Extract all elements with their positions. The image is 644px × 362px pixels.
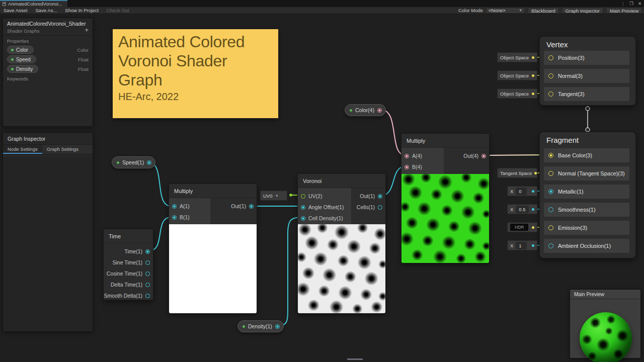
shader-document-tab[interactable]: AnimatedColoredVoronoi... (0, 0, 67, 7)
fragment-title: Fragment (540, 132, 635, 144)
shader-graph-icon (3, 2, 6, 6)
restore-window-icon[interactable]: ❐ (629, 1, 633, 6)
voronoi-node[interactable]: Voronoi UV(2) Angle Offset(1) Cell Densi… (297, 173, 386, 313)
close-window-icon[interactable]: ✕ (638, 1, 641, 6)
metallic-port[interactable] (548, 189, 553, 194)
voronoi-cells-port[interactable] (378, 205, 382, 210)
uv-channel-dropdown[interactable]: UV0 ▼ (260, 191, 287, 201)
time-output-label: Time(1) (124, 248, 142, 254)
save-asset-button[interactable]: Save Asset (4, 8, 28, 13)
blackboard-toggle-button[interactable]: Blackboard (528, 8, 559, 14)
wire-speed-to-multiply-a[interactable] (148, 162, 171, 206)
shader-graph-window: AnimatedColoredVoronoi... ⋮ ❐ ✕ Save Ass… (0, 0, 644, 362)
save-as-button[interactable]: Save As... (36, 8, 57, 13)
delta-time-output-port[interactable] (145, 283, 150, 287)
property-pill-color[interactable]: Color (7, 46, 34, 54)
position-space-dropdown[interactable]: Object Space (497, 52, 537, 62)
position-port[interactable] (548, 55, 553, 60)
normal-block[interactable]: Normal(3) (544, 69, 629, 83)
hdr-color-swatch[interactable]: HDR (510, 224, 528, 231)
smoothness-port[interactable] (548, 207, 553, 212)
normal-space-tangent-dropdown[interactable]: Tangent Space (497, 168, 537, 178)
main-preview-toggle-button[interactable]: Main Preview (606, 8, 642, 14)
speed-property-node[interactable]: Speed(1) (112, 156, 155, 168)
graph-inspector-toggle-button[interactable]: Graph Inspector (562, 8, 603, 14)
preview-sphere (580, 312, 632, 362)
vertex-bottom-handle[interactable] (586, 107, 590, 111)
exposed-dot-icon (11, 49, 14, 51)
add-property-button[interactable]: + (85, 27, 89, 33)
smooth-delta-output-port[interactable] (145, 294, 150, 298)
voronoi-cell-density-port[interactable] (301, 216, 305, 221)
normal-port[interactable] (548, 73, 553, 78)
metallic-block[interactable]: Metallic(1) (544, 185, 629, 199)
emission-color-field[interactable]: HDR (507, 222, 537, 232)
multiply1-node[interactable]: Multiply A(1) B(1) Out(1) (169, 184, 257, 313)
tab-node-settings[interactable]: Node Settings (3, 145, 42, 154)
sticky-note[interactable]: Animated Colored Voronoi Shader Graph HE… (113, 29, 278, 118)
voronoi-uv-port[interactable] (301, 194, 305, 199)
tangent-port[interactable] (548, 92, 553, 97)
bottom-scroll-indicator[interactable] (347, 358, 363, 360)
position-block[interactable]: Position(3) (544, 51, 629, 65)
connector-dot (532, 74, 534, 77)
multiply2-out-port[interactable] (481, 154, 486, 158)
chevron-down-icon: ▼ (275, 194, 278, 198)
multiply1-b-port[interactable] (172, 215, 177, 220)
emission-port[interactable] (548, 225, 553, 230)
sine-time-output-port[interactable] (145, 260, 150, 265)
color-property-node[interactable]: Color(4) (345, 104, 386, 116)
smoothness-value[interactable]: 0.5 (516, 206, 528, 213)
emission-block[interactable]: Emission(3) (544, 221, 629, 235)
voronoi-out-port[interactable] (378, 194, 382, 199)
uv-channel-value: UV0 (263, 193, 272, 199)
connector-dot (532, 226, 534, 229)
check-out-button[interactable]: Check Out (107, 8, 129, 13)
normal-tangent-block[interactable]: Normal (Tangent Space)(3) (544, 166, 629, 180)
tab-graph-settings[interactable]: Graph Settings (42, 145, 83, 154)
time-node[interactable]: Time Time(1) Sine Time(1) Cosine Time(1)… (103, 229, 153, 300)
property-pill-speed[interactable]: Speed (7, 55, 36, 63)
ambient-occlusion-block[interactable]: Ambient Occlusion(1) (544, 239, 629, 253)
metallic-value[interactable]: 0 (516, 188, 527, 195)
tangent-space-dropdown[interactable]: Object Space (497, 88, 537, 99)
multiply1-a-label: A(1) (180, 203, 190, 209)
tangent-block[interactable]: Tangent(3) (544, 87, 629, 101)
property-pill-density[interactable]: Density (7, 65, 38, 73)
multiply1-out-port[interactable] (249, 204, 254, 209)
main-preview-body[interactable] (570, 299, 640, 358)
metallic-value-field[interactable]: X 0 (507, 186, 537, 196)
multiply2-a-label: A(4) (412, 153, 422, 159)
multiply1-out-label: Out(1) (231, 203, 246, 209)
color-output-port[interactable] (377, 108, 382, 113)
normal-tangent-port[interactable] (548, 171, 553, 176)
voronoi-angle-offset-port[interactable] (301, 205, 305, 210)
tangent-label: Tangent(3) (558, 91, 585, 97)
voronoi-out-label: Out(1) (360, 193, 375, 199)
multiply1-a-port[interactable] (172, 204, 177, 209)
multiply2-preview (401, 174, 489, 263)
fragment-top-handle[interactable] (586, 128, 590, 132)
ambient-occlusion-port[interactable] (548, 243, 553, 248)
color-mode-dropdown[interactable]: <None> ▼ (486, 8, 525, 14)
fragment-stack-node[interactable]: Fragment Base Color(3) Normal (Tangent S… (539, 132, 636, 258)
base-color-port[interactable] (548, 153, 553, 158)
speed-output-port[interactable] (147, 160, 151, 165)
multiply2-node[interactable]: Multiply A(4) B(4) Out(4) (401, 133, 490, 263)
ao-value-field[interactable]: X 1 (507, 240, 537, 250)
voronoi-cells-label: Cells(1) (357, 204, 375, 210)
cosine-time-output-port[interactable] (145, 272, 150, 276)
density-property-node[interactable]: Density(1) (237, 320, 284, 332)
show-in-project-button[interactable]: Show In Project (65, 8, 99, 13)
vertex-stack-node[interactable]: Vertex Position(3) Normal(3) Tangent(3) (539, 36, 636, 106)
smoothness-block[interactable]: Smoothness(1) (544, 203, 629, 217)
base-color-block[interactable]: Base Color(3) (544, 148, 629, 162)
ao-value[interactable]: 1 (516, 242, 527, 249)
time-output-port[interactable] (145, 249, 150, 254)
smoothness-value-field[interactable]: X 0.5 (507, 204, 537, 214)
density-output-port[interactable] (275, 324, 280, 329)
multiply2-b-port[interactable] (405, 165, 409, 169)
multiply2-a-port[interactable] (405, 154, 409, 158)
normal-space-dropdown[interactable]: Object Space (497, 70, 537, 80)
more-menu-icon[interactable]: ⋮ (621, 1, 625, 6)
